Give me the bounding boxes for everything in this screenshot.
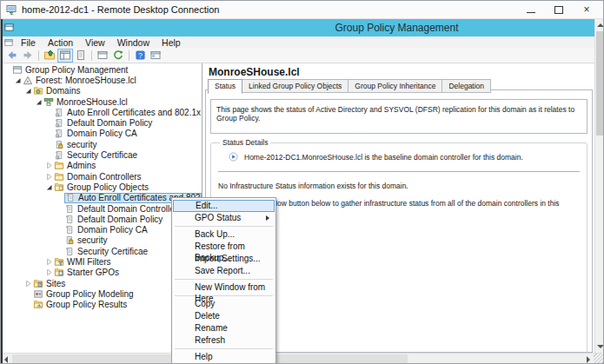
context-menu-item-edit[interactable]: Edit... [173,200,275,212]
menu-view[interactable]: View [79,37,111,48]
wmi-filters-icon [54,256,65,267]
toolbar-separator [91,50,92,61]
tree-item-forest-monroeshouse-lcl[interactable]: Forest: MonroeSHouse.lcl [1,75,202,85]
tree-item-label: Domain Policy CA [65,129,140,138]
context-menu-item-save-report[interactable]: Save Report... [173,265,275,277]
tree-item-security-certificae[interactable]: Security Certificae [1,149,202,160]
expander-spacer [55,225,64,235]
rdp-titlebar: home-2012-dc1 - Remote Desktop Connectio… [1,1,604,19]
tree-item-security[interactable]: security [1,139,202,149]
collapse-expander-icon[interactable] [13,76,23,85]
menu-action[interactable]: Action [42,37,79,48]
maximize-button[interactable] [553,3,565,16]
collapse-expander-icon[interactable] [23,86,33,96]
vertical-scrollbar[interactable] [594,19,604,353]
context-menu-item-restore-from-backup[interactable]: Restore from Backup... [173,241,275,253]
tree-item-label: Default Domain Controller [76,204,180,214]
tree-item-label: Default Domain Policy [65,118,155,128]
collapse-expander-icon[interactable] [44,182,54,192]
vertical-scroll-thumb[interactable] [596,31,604,136]
gpo-icon [64,214,76,224]
window-left-edge [1,19,3,364]
tree-item-auto-enroll-certificates-and-802-1x-setup[interactable]: Auto Enroll Certificates and 802.1x Setu… [1,107,202,117]
context-menu-item-help[interactable]: Help [173,351,275,363]
tree-item-domain-controllers[interactable]: Domain Controllers [1,171,202,182]
tab-delegation[interactable]: Delegation [442,79,491,93]
context-menu-item-gpo-status[interactable]: GPO Status [173,212,275,224]
refresh-button[interactable] [110,49,126,63]
expand-expander-icon[interactable] [44,161,54,170]
minimize-button[interactable] [525,3,537,16]
forward-button[interactable] [20,49,36,63]
scroll-right-button[interactable] [583,354,594,364]
scroll-left-icon [4,356,8,363]
console-icon [3,38,15,47]
new-window-icon [96,50,109,61]
tree-item-label: security [65,140,99,149]
context-menu-item-label: Delete [195,311,220,321]
context-menu-item-copy[interactable]: Copy [173,298,275,310]
rdp-window: home-2012-dc1 - Remote Desktop Connectio… [0,0,604,364]
collapse-expander-icon[interactable] [34,97,43,107]
domains-icon [33,86,44,96]
tab-status[interactable]: Status [208,79,242,94]
console-window-icon [149,50,162,61]
up-one-level-button[interactable] [42,49,57,63]
context-menu-item-back-up[interactable]: Back Up... [173,228,275,241]
gpo-icon [65,193,76,203]
context-menu-item-label: Import Settings... [195,254,261,263]
context-menu-item-rename[interactable]: Rename [173,322,275,334]
menu-window[interactable]: Window [111,37,156,48]
tree-item-label: Group Policy Modeling [44,289,136,299]
horizontal-scrollbar[interactable] [1,353,604,364]
help-button[interactable]: ? [132,49,148,63]
up-one-level-icon [43,50,56,61]
tab-group-policy-inheritance[interactable]: Group Policy Inheritance [348,79,442,93]
expand-expander-icon[interactable] [44,257,54,267]
tree-item-admins[interactable]: Admins [1,161,202,171]
tree-item-group-policy-management[interactable]: Group Policy Management [1,64,202,75]
folder-icon [54,171,65,182]
resize-grip[interactable] [594,354,604,364]
expand-expander-icon[interactable] [44,268,54,277]
expander-spacer [44,118,54,128]
tree-item-monroeshouse-lcl[interactable]: MonroeSHouse.lcl [1,96,202,107]
menu-help[interactable]: Help [156,37,187,48]
tree-item-domains[interactable]: Domains [1,86,202,96]
context-menu-item-refresh[interactable]: Refresh [173,334,275,347]
tab-linked-group-policy-objects[interactable]: Linked Group Policy Objects [242,79,348,93]
tree-item-domain-policy-ca[interactable]: Domain Policy CA [1,129,202,139]
folder-icon [54,161,65,171]
back-button[interactable] [4,49,20,63]
show-console-tree-button[interactable] [57,49,73,63]
security-gpo-icon [64,235,76,246]
context-menu-item-new-window-from-here[interactable]: New Window from Here [173,281,275,294]
menu-file[interactable]: File [15,37,42,48]
minimize-icon [527,6,535,13]
new-window-button[interactable] [95,49,110,63]
expander-spacer [44,129,54,138]
context-menu-item-delete[interactable]: Delete [173,310,275,322]
expand-expander-icon[interactable] [44,172,54,182]
tree-item-label: Domains [44,86,83,96]
gpo-link-icon [54,118,65,129]
expander-spacer [44,108,54,117]
context-menu-item-label: Back Up... [195,229,235,239]
tree-item-default-domain-policy[interactable]: Default Domain Policy [1,117,202,128]
console-window-button[interactable] [148,49,163,63]
scroll-up-button[interactable] [595,20,604,30]
scroll-down-button[interactable] [595,341,604,352]
gpo-icon [64,203,76,214]
expander-spacer [44,140,54,149]
tree-item-group-policy-objects[interactable]: Group Policy Objects [1,182,202,192]
context-menu-item-import-settings[interactable]: Import Settings... [173,253,275,265]
tree-item-label: Admins [65,161,98,170]
expander-spacer [55,193,64,202]
status-details-legend: Status Details [220,138,270,147]
close-button[interactable]: × [581,3,593,16]
context-menu-item-label: Refresh [195,335,225,345]
properties-button[interactable] [73,49,89,63]
context-menu-item-label: Help [195,352,213,361]
expand-expander-icon[interactable] [23,279,33,288]
scroll-up-icon [597,23,604,27]
